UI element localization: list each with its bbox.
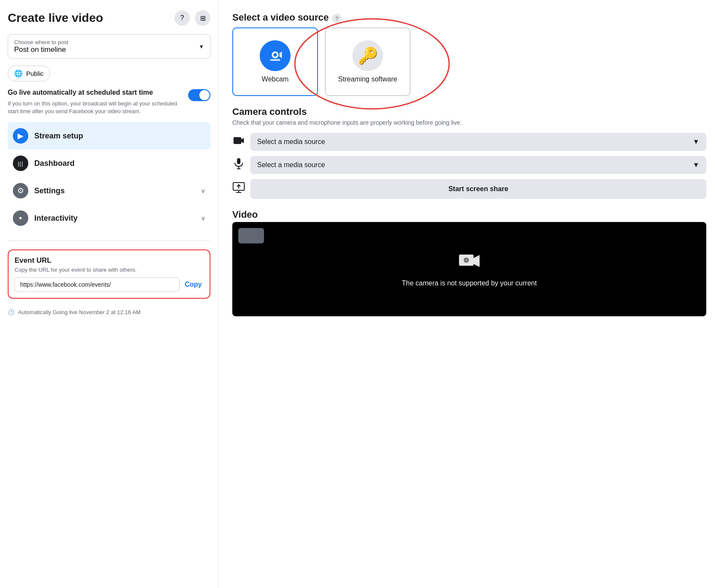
- interactivity-label: Interactivity: [34, 214, 195, 223]
- webcam-icon-circle: [260, 40, 291, 71]
- go-live-text: Go live automatically at scheduled start…: [8, 88, 184, 115]
- event-url-input[interactable]: [15, 277, 180, 292]
- settings-icon: ⚙: [13, 183, 28, 198]
- toggle-knob: [199, 90, 210, 100]
- camera-media-source-row: Select a media source ▼: [232, 133, 706, 151]
- clock-icon: 🕐: [8, 309, 15, 315]
- divider: [8, 240, 210, 241]
- event-url-title: Event URL: [15, 256, 204, 265]
- sidebar-item-dashboard[interactable]: ||| Dashboard: [8, 150, 210, 177]
- choose-post-value: Post on timeline: [14, 45, 68, 54]
- streaming-software-label: Streaming software: [338, 75, 397, 83]
- stream-setup-icon: ▶: [13, 128, 28, 144]
- interactivity-icon: ✦: [13, 210, 28, 226]
- event-url-input-row: Copy: [15, 277, 204, 292]
- go-live-title: Go live automatically at scheduled start…: [8, 88, 184, 97]
- webcam-card[interactable]: Webcam: [232, 27, 318, 96]
- microphone-source-icon: [232, 158, 245, 172]
- camera-source-icon: [232, 135, 245, 149]
- settings-chevron-icon: ∨: [201, 187, 205, 194]
- dashboard-label: Dashboard: [34, 159, 205, 168]
- streaming-software-wrapper: 🔑 Streaming software: [325, 27, 411, 96]
- video-source-cards: Webcam 🔑 Streaming software: [232, 27, 706, 96]
- screen-share-icon: [232, 182, 245, 196]
- right-panel: Select a video source ? Webcam: [219, 0, 720, 588]
- video-preview-text: The camera is not supported by your curr…: [385, 279, 554, 287]
- header-icons: ? ⊞: [174, 10, 210, 26]
- video-preview-badge: [238, 228, 264, 243]
- auto-going-live-text: Automatically Going live November 2 at 1…: [18, 309, 141, 315]
- svg-marker-14: [474, 255, 480, 267]
- video-source-header: Select a video source ?: [232, 12, 706, 25]
- choose-post-content: Choose where to post Post on timeline: [14, 39, 68, 54]
- video-preview: The camera is not supported by your curr…: [232, 222, 706, 316]
- microphone-source-placeholder: Select a media source: [257, 161, 325, 169]
- video-source-help-icon[interactable]: ?: [332, 14, 342, 23]
- event-url-description: Copy the URL for your event to share wit…: [15, 267, 204, 273]
- choose-post-arrow-icon: ▼: [199, 44, 204, 50]
- sidebar-item-stream-setup[interactable]: ▶ Stream setup: [8, 122, 210, 150]
- svg-marker-5: [241, 138, 244, 143]
- video-section: Video The camera is not supported by you…: [232, 209, 706, 316]
- camera-source-dropdown[interactable]: Select a media source ▼: [250, 133, 706, 151]
- copy-button[interactable]: Copy: [183, 278, 204, 291]
- video-source-section: Select a video source ? Webcam: [232, 12, 706, 96]
- go-live-description: If you turn on this option, your broadca…: [8, 100, 184, 115]
- public-button[interactable]: 🌐 Public: [8, 66, 50, 81]
- left-panel: Create live video ? ⊞ Choose where to po…: [0, 0, 219, 588]
- svg-rect-6: [237, 158, 240, 164]
- header-row: Create live video ? ⊞: [8, 10, 210, 26]
- page-title: Create live video: [8, 11, 103, 25]
- webcam-label: Webcam: [262, 75, 289, 83]
- auto-going-live: 🕐 Automatically Going live November 2 at…: [8, 309, 210, 315]
- microphone-media-source-row: Select a media source ▼: [232, 156, 706, 174]
- go-live-toggle[interactable]: [188, 89, 210, 101]
- public-label: Public: [26, 70, 44, 77]
- choose-where-to-post[interactable]: Choose where to post Post on timeline ▼: [8, 34, 210, 59]
- svg-point-16: [465, 259, 468, 261]
- choose-post-label: Choose where to post: [14, 39, 68, 45]
- microphone-source-arrow-icon: ▼: [693, 161, 699, 169]
- camera-controls-description: Check that your camera and microphone in…: [232, 119, 706, 126]
- video-section-title: Video: [232, 209, 706, 220]
- camera-source-arrow-icon: ▼: [693, 138, 699, 146]
- screen-share-button[interactable]: Start screen share: [250, 179, 706, 199]
- video-source-title: Select a video source: [232, 12, 329, 23]
- sidebar-item-interactivity[interactable]: ✦ Interactivity ∨: [8, 204, 210, 232]
- settings-label: Settings: [34, 186, 195, 195]
- svg-rect-2: [270, 59, 280, 61]
- svg-point-1: [273, 53, 277, 57]
- event-url-section: Event URL Copy the URL for your event to…: [8, 249, 210, 299]
- video-preview-camera-icon: [458, 251, 480, 275]
- stream-setup-label: Stream setup: [34, 132, 205, 141]
- go-live-section: Go live automatically at scheduled start…: [8, 88, 210, 115]
- panel-button[interactable]: ⊞: [195, 10, 210, 26]
- streaming-software-card[interactable]: 🔑 Streaming software: [325, 27, 411, 96]
- microphone-source-dropdown[interactable]: Select a media source ▼: [250, 156, 706, 174]
- interactivity-chevron-icon: ∨: [201, 215, 205, 222]
- camera-source-placeholder: Select a media source: [257, 138, 325, 146]
- help-button[interactable]: ?: [174, 10, 190, 26]
- camera-controls-title: Camera controls: [232, 106, 706, 117]
- screen-share-row: Start screen share: [232, 179, 706, 199]
- sidebar-item-settings[interactable]: ⚙ Settings ∨: [8, 177, 210, 204]
- svg-rect-4: [234, 137, 241, 144]
- dashboard-icon: |||: [13, 156, 28, 171]
- globe-icon: 🌐: [14, 69, 23, 78]
- camera-controls-section: Camera controls Check that your camera a…: [232, 106, 706, 199]
- streaming-software-icon-circle: 🔑: [352, 40, 383, 71]
- nav-items: ▶ Stream setup ||| Dashboard ⚙ Settings …: [8, 122, 210, 232]
- public-button-wrapper: 🌐 Public: [8, 66, 210, 81]
